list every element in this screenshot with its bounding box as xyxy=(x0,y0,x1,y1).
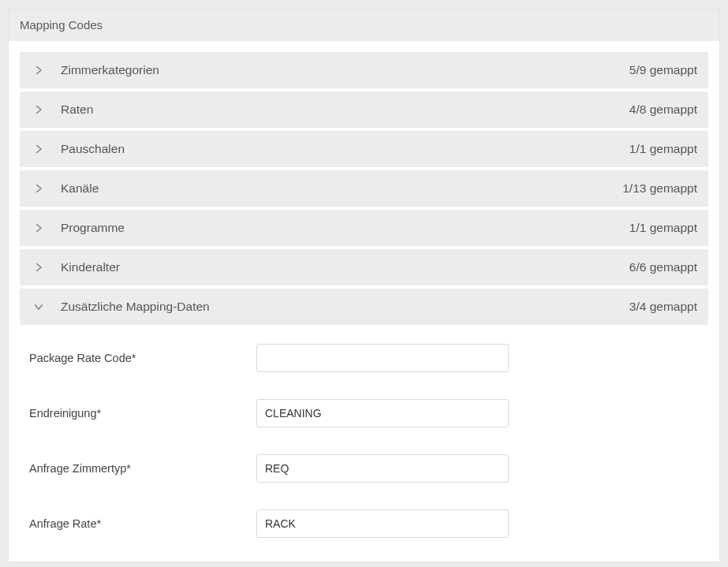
chevron-down-icon xyxy=(31,303,47,311)
package-rate-code-input[interactable] xyxy=(256,344,509,372)
accordion-status: 4/8 gemappt xyxy=(629,103,697,117)
accordion-status: 1/1 gemappt xyxy=(629,142,697,156)
accordion-item-pauschalen[interactable]: Pauschalen 1/1 gemappt xyxy=(20,131,708,167)
chevron-right-icon xyxy=(31,263,47,271)
accordion-item-kanaele[interactable]: Kanäle 1/13 gemappt xyxy=(20,170,708,207)
accordion-item-zusaetzliche-mapping-daten[interactable]: Zusätzliche Mapping-Daten 3/4 gemappt xyxy=(20,289,708,325)
accordion-title: Kanäle xyxy=(61,181,622,196)
accordion-title: Pauschalen xyxy=(61,142,629,156)
panel-title: Mapping Codes xyxy=(9,9,719,41)
chevron-right-icon xyxy=(31,185,47,192)
form-row-anfrage-zimmertyp: Anfrage Zimmertyp* xyxy=(28,454,700,483)
chevron-right-icon xyxy=(31,224,47,232)
form-label: Endreinigung* xyxy=(28,407,256,420)
accordion-status: 1/1 gemappt xyxy=(629,221,697,235)
mapping-codes-panel: Mapping Codes Zimmerkategorien 5/9 gemap… xyxy=(8,8,720,562)
panel-body: Zimmerkategorien 5/9 gemappt Raten 4/8 g… xyxy=(9,41,719,561)
accordion-title: Programme xyxy=(61,221,629,235)
chevron-right-icon xyxy=(31,66,47,74)
accordion-status: 6/6 gemappt xyxy=(629,260,697,274)
accordion-status: 1/13 gemappt xyxy=(622,181,697,196)
form-row-anfrage-rate: Anfrage Rate* xyxy=(28,509,700,538)
accordion-item-zimmerkategorien[interactable]: Zimmerkategorien 5/9 gemappt xyxy=(20,52,708,88)
form-row-package-rate-code: Package Rate Code* xyxy=(28,344,700,372)
anfrage-zimmertyp-input[interactable] xyxy=(256,454,509,483)
form-row-endreinigung: Endreinigung* xyxy=(28,399,700,427)
endreinigung-input[interactable] xyxy=(256,399,509,427)
form-label: Package Rate Code* xyxy=(28,352,256,364)
accordion-status: 3/4 gemappt xyxy=(629,300,697,314)
accordion-title: Raten xyxy=(61,103,629,117)
accordion-status: 5/9 gemappt xyxy=(629,63,697,77)
accordion-title: Zusätzliche Mapping-Daten xyxy=(61,300,629,314)
chevron-right-icon xyxy=(31,145,47,153)
accordion-item-programme[interactable]: Programme 1/1 gemappt xyxy=(20,210,708,246)
accordion-title: Kinderalter xyxy=(61,260,629,274)
accordion-content-zusaetzliche-mapping-daten: Package Rate Code* Endreinigung* Anfrage… xyxy=(20,328,708,550)
accordion-item-kinderalter[interactable]: Kinderalter 6/6 gemappt xyxy=(20,249,708,285)
form-label: Anfrage Zimmertyp* xyxy=(28,462,256,475)
form-label: Anfrage Rate* xyxy=(28,517,256,530)
anfrage-rate-input[interactable] xyxy=(256,509,509,538)
accordion-title: Zimmerkategorien xyxy=(61,63,629,77)
accordion-item-raten[interactable]: Raten 4/8 gemappt xyxy=(20,91,708,128)
chevron-right-icon xyxy=(31,106,47,114)
